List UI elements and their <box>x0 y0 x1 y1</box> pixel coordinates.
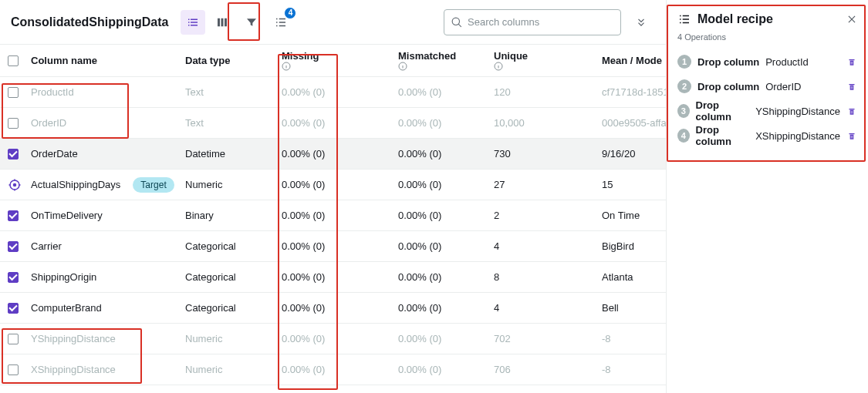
topbar: ConsolidatedShippingData 4 <box>0 0 666 45</box>
cell-type: Categorical <box>185 240 282 252</box>
row-checkbox[interactable] <box>8 303 19 314</box>
row-checkbox[interactable] <box>8 210 19 221</box>
chevrons-down-icon <box>636 17 647 28</box>
info-icon[interactable] <box>494 62 602 71</box>
target-icon <box>8 178 22 192</box>
cell-mode: BigBird <box>602 240 666 252</box>
operation-action: Drop column <box>697 56 759 68</box>
operation-column: YShippingDistance <box>755 106 840 117</box>
delete-operation-button[interactable] <box>846 56 857 67</box>
row-checkbox[interactable] <box>8 149 19 160</box>
header-mode[interactable]: Mean / Mode <box>602 55 666 66</box>
info-icon[interactable] <box>282 62 398 71</box>
cell-mode: 000e9505-affa <box>602 117 666 129</box>
trash-icon <box>846 56 857 67</box>
cell-unique: 120 <box>494 86 602 98</box>
table-row[interactable]: YShippingDistanceNumeric0.00% (0)0.00% (… <box>0 324 666 354</box>
row-checkbox[interactable] <box>8 241 19 252</box>
table-row[interactable]: XShippingDistanceNumeric0.00% (0)0.00% (… <box>0 354 666 385</box>
grid-view-button[interactable] <box>210 10 235 35</box>
table-row[interactable]: CarrierCategorical0.00% (0)0.00% (0)4Big… <box>0 231 666 262</box>
cell-unique: 702 <box>494 333 602 344</box>
columns-icon <box>215 15 229 29</box>
operation-action: Drop column <box>697 81 759 92</box>
cell-unique: 2 <box>494 210 602 221</box>
cell-mode: On Time <box>602 210 666 221</box>
table-row[interactable]: OrderDateDatetime0.00% (0)0.00% (0)7309/… <box>0 139 666 170</box>
recipe-subtitle: 4 Operations <box>677 32 857 42</box>
operation-item[interactable]: 4Drop columnXShippingDistance <box>677 123 857 148</box>
cell-unique: 730 <box>494 148 602 160</box>
header-unique[interactable]: Unique <box>494 50 602 71</box>
row-checkbox[interactable] <box>8 118 19 129</box>
header-missing[interactable]: Missing <box>282 50 398 71</box>
select-all-checkbox[interactable] <box>8 55 19 66</box>
row-checkbox[interactable] <box>8 334 19 344</box>
filter-button[interactable] <box>239 10 264 35</box>
header-type[interactable]: Data type <box>185 55 282 66</box>
header-name[interactable]: Column name <box>31 55 185 66</box>
cell-unique: 8 <box>494 271 602 283</box>
cell-mismatch: 0.00% (0) <box>398 148 494 160</box>
close-icon <box>846 14 857 25</box>
close-button[interactable] <box>846 14 857 25</box>
cell-type: Text <box>185 117 282 129</box>
row-checkbox[interactable] <box>8 87 19 98</box>
table-row[interactable]: ComputerBrandCategorical0.00% (0)0.00% (… <box>0 293 666 324</box>
delete-operation-button[interactable] <box>846 81 857 92</box>
trash-icon <box>846 130 857 141</box>
column-name: OrderDate <box>31 148 78 160</box>
search-input[interactable] <box>444 9 621 35</box>
recipe-button[interactable]: 4 <box>269 10 293 35</box>
operation-item[interactable]: 1Drop columnProductId <box>677 49 857 74</box>
operation-number: 4 <box>677 129 690 143</box>
filter-icon <box>245 16 258 29</box>
cell-type: Numeric <box>185 333 282 344</box>
operation-number: 2 <box>677 79 691 93</box>
expand-button[interactable] <box>629 10 654 35</box>
column-name: ProductId <box>31 86 74 98</box>
column-name: OnTimeDelivery <box>31 210 103 221</box>
list-icon <box>186 15 200 29</box>
cell-missing: 0.00% (0) <box>282 240 398 252</box>
cell-unique: 4 <box>494 240 602 252</box>
column-name: ComputerBrand <box>31 302 102 314</box>
table-row[interactable]: ProductIdText0.00% (0)0.00% (0)120cf7171… <box>0 77 666 108</box>
trash-icon <box>846 106 857 116</box>
cell-mismatch: 0.00% (0) <box>398 240 494 252</box>
table-row[interactable]: ShippingOriginCategorical0.00% (0)0.00% … <box>0 262 666 293</box>
delete-operation-button[interactable] <box>846 106 857 116</box>
cell-unique: 27 <box>494 179 602 190</box>
row-checkbox[interactable] <box>8 364 19 375</box>
header-mismatch[interactable]: Mismatched <box>398 50 494 71</box>
recipe-icon <box>677 12 691 26</box>
cell-missing: 0.00% (0) <box>282 179 398 190</box>
trash-icon <box>846 81 857 92</box>
cell-unique: 10,000 <box>494 117 602 129</box>
cell-mode: 9/16/20 <box>602 148 666 160</box>
info-icon[interactable] <box>398 62 494 71</box>
cell-missing: 0.00% (0) <box>282 148 398 160</box>
operation-column: OrderID <box>765 81 801 92</box>
table-row[interactable]: OnTimeDeliveryBinary0.00% (0)0.00% (0)2O… <box>0 200 666 231</box>
main-panel: ConsolidatedShippingData 4 <box>0 0 666 393</box>
table-row[interactable]: ActualShippingDaysTargetNumeric0.00% (0)… <box>0 170 666 200</box>
operation-item[interactable]: 2Drop columnOrderID <box>677 74 857 99</box>
table-row[interactable]: OrderIDText0.00% (0)0.00% (0)10,000000e9… <box>0 108 666 139</box>
cell-missing: 0.00% (0) <box>282 364 398 375</box>
cell-mismatch: 0.00% (0) <box>398 210 494 221</box>
delete-operation-button[interactable] <box>846 130 857 141</box>
table-header: Column name Data type Missing Mismatched… <box>0 45 666 77</box>
column-name: OrderID <box>31 117 66 129</box>
column-name: Carrier <box>31 240 62 252</box>
operation-list: 1Drop columnProductId2Drop columnOrderID… <box>677 49 857 148</box>
search-icon <box>451 17 462 28</box>
row-checkbox[interactable] <box>8 272 19 283</box>
cell-type: Categorical <box>185 271 282 283</box>
cell-unique: 706 <box>494 364 602 375</box>
operation-item[interactable]: 3Drop columnYShippingDistance <box>677 99 857 123</box>
list-view-button[interactable] <box>181 10 205 35</box>
cell-type: Text <box>185 86 282 98</box>
cell-missing: 0.00% (0) <box>282 210 398 221</box>
cell-missing: 0.00% (0) <box>282 333 398 344</box>
